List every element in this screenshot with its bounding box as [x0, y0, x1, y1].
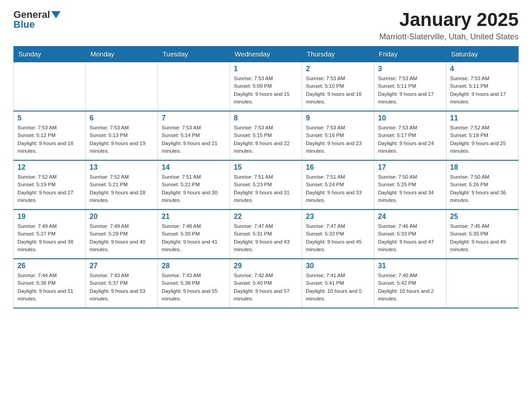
cell-date-number: 7: [162, 114, 226, 122]
calendar-cell: 23Sunrise: 7:47 AMSunset: 5:32 PMDayligh…: [302, 210, 374, 259]
calendar-cell: 15Sunrise: 7:51 AMSunset: 5:23 PMDayligh…: [230, 160, 302, 210]
calendar-day-header: Sunday: [14, 47, 86, 62]
calendar-week-row: 19Sunrise: 7:49 AMSunset: 5:27 PMDayligh…: [14, 210, 519, 259]
cell-date-number: 22: [234, 213, 298, 221]
cell-info: Sunrise: 7:48 AMSunset: 5:30 PMDaylight:…: [162, 223, 226, 253]
cell-date-number: 18: [450, 163, 515, 171]
cell-date-number: 6: [90, 114, 154, 122]
calendar-cell: 27Sunrise: 7:43 AMSunset: 5:37 PMDayligh…: [86, 259, 158, 308]
cell-info: Sunrise: 7:41 AMSunset: 5:41 PMDaylight:…: [306, 272, 370, 303]
calendar-day-header: Monday: [86, 47, 158, 62]
cell-info: Sunrise: 7:53 AMSunset: 5:12 PMDaylight:…: [17, 124, 82, 155]
calendar-cell: [14, 62, 86, 111]
cell-info: Sunrise: 7:52 AMSunset: 5:21 PMDaylight:…: [90, 173, 154, 204]
cell-info: Sunrise: 7:42 AMSunset: 5:40 PMDaylight:…: [234, 272, 298, 303]
cell-info: Sunrise: 7:53 AMSunset: 5:14 PMDaylight:…: [162, 124, 226, 155]
cell-info: Sunrise: 7:43 AMSunset: 5:38 PMDaylight:…: [162, 272, 226, 303]
cell-date-number: 14: [162, 163, 226, 171]
calendar-cell: 12Sunrise: 7:52 AMSunset: 5:19 PMDayligh…: [14, 160, 86, 210]
calendar-cell: 10Sunrise: 7:53 AMSunset: 5:17 PMDayligh…: [374, 111, 446, 160]
calendar-week-row: 12Sunrise: 7:52 AMSunset: 5:19 PMDayligh…: [14, 160, 519, 210]
calendar-cell: 16Sunrise: 7:51 AMSunset: 5:24 PMDayligh…: [302, 160, 374, 210]
calendar-cell: 2Sunrise: 7:53 AMSunset: 5:10 PMDaylight…: [302, 62, 374, 111]
page-header: General Blue January 2025 Marriott-Slate…: [13, 9, 519, 42]
cell-date-number: 20: [90, 213, 154, 221]
calendar-cell: 6Sunrise: 7:53 AMSunset: 5:13 PMDaylight…: [86, 111, 158, 160]
cell-date-number: 12: [17, 163, 82, 171]
cell-date-number: 27: [90, 262, 154, 270]
calendar-cell: 31Sunrise: 7:40 AMSunset: 5:42 PMDayligh…: [374, 259, 446, 308]
cell-info: Sunrise: 7:46 AMSunset: 5:33 PMDaylight:…: [378, 223, 442, 253]
cell-info: Sunrise: 7:47 AMSunset: 5:31 PMDaylight:…: [234, 223, 298, 253]
cell-info: Sunrise: 7:51 AMSunset: 5:23 PMDaylight:…: [234, 173, 298, 204]
cell-info: Sunrise: 7:43 AMSunset: 5:37 PMDaylight:…: [90, 272, 154, 303]
cell-info: Sunrise: 7:52 AMSunset: 5:18 PMDaylight:…: [450, 124, 515, 155]
calendar-cell: [86, 62, 158, 111]
calendar-day-header: Wednesday: [230, 47, 302, 62]
calendar-cell: [158, 62, 230, 111]
cell-date-number: 15: [234, 163, 298, 171]
cell-date-number: 19: [17, 213, 82, 221]
calendar-cell: 5Sunrise: 7:53 AMSunset: 5:12 PMDaylight…: [14, 111, 86, 160]
cell-info: Sunrise: 7:53 AMSunset: 5:11 PMDaylight:…: [378, 75, 442, 106]
logo: General Blue: [13, 9, 60, 30]
cell-info: Sunrise: 7:53 AMSunset: 5:15 PMDaylight:…: [234, 124, 298, 155]
cell-date-number: 24: [378, 213, 442, 221]
cell-date-number: 21: [162, 213, 226, 221]
cell-date-number: 30: [306, 262, 370, 270]
cell-date-number: 5: [17, 114, 82, 122]
cell-info: Sunrise: 7:51 AMSunset: 5:24 PMDaylight:…: [306, 173, 370, 204]
cell-date-number: 23: [306, 213, 370, 221]
cell-date-number: 9: [306, 114, 370, 122]
cell-date-number: 31: [378, 262, 442, 270]
cell-date-number: 29: [234, 262, 298, 270]
cell-date-number: 17: [378, 163, 442, 171]
calendar-cell: 29Sunrise: 7:42 AMSunset: 5:40 PMDayligh…: [230, 259, 302, 308]
cell-info: Sunrise: 7:49 AMSunset: 5:27 PMDaylight:…: [17, 223, 82, 253]
cell-date-number: 8: [234, 114, 298, 122]
cell-info: Sunrise: 7:45 AMSunset: 5:35 PMDaylight:…: [450, 223, 515, 253]
calendar-cell: 20Sunrise: 7:49 AMSunset: 5:29 PMDayligh…: [86, 210, 158, 259]
calendar-day-header: Saturday: [446, 47, 519, 62]
calendar-cell: 4Sunrise: 7:53 AMSunset: 5:11 PMDaylight…: [446, 62, 519, 111]
title-block: January 2025 Marriott-Slaterville, Utah,…: [379, 9, 519, 42]
cell-date-number: 11: [450, 114, 515, 122]
calendar-cell: 14Sunrise: 7:51 AMSunset: 5:22 PMDayligh…: [158, 160, 230, 210]
subtitle: Marriott-Slaterville, Utah, United State…: [379, 32, 519, 42]
cell-date-number: 4: [450, 65, 515, 73]
calendar-cell: 19Sunrise: 7:49 AMSunset: 5:27 PMDayligh…: [14, 210, 86, 259]
calendar-cell: 24Sunrise: 7:46 AMSunset: 5:33 PMDayligh…: [374, 210, 446, 259]
cell-info: Sunrise: 7:53 AMSunset: 5:10 PMDaylight:…: [306, 75, 370, 106]
calendar-cell: 17Sunrise: 7:50 AMSunset: 5:25 PMDayligh…: [374, 160, 446, 210]
calendar-header-row: SundayMondayTuesdayWednesdayThursdayFrid…: [14, 47, 519, 62]
calendar-cell: 13Sunrise: 7:52 AMSunset: 5:21 PMDayligh…: [86, 160, 158, 210]
calendar-week-row: 5Sunrise: 7:53 AMSunset: 5:12 PMDaylight…: [14, 111, 519, 160]
calendar-cell: 22Sunrise: 7:47 AMSunset: 5:31 PMDayligh…: [230, 210, 302, 259]
cell-info: Sunrise: 7:53 AMSunset: 5:09 PMDaylight:…: [234, 75, 298, 106]
cell-info: Sunrise: 7:52 AMSunset: 5:19 PMDaylight:…: [17, 173, 82, 204]
cell-info: Sunrise: 7:53 AMSunset: 5:13 PMDaylight:…: [90, 124, 154, 155]
cell-info: Sunrise: 7:47 AMSunset: 5:32 PMDaylight:…: [306, 223, 370, 253]
cell-date-number: 3: [378, 65, 442, 73]
cell-date-number: 28: [162, 262, 226, 270]
cell-date-number: 16: [306, 163, 370, 171]
calendar-cell: 21Sunrise: 7:48 AMSunset: 5:30 PMDayligh…: [158, 210, 230, 259]
calendar-cell: 1Sunrise: 7:53 AMSunset: 5:09 PMDaylight…: [230, 62, 302, 111]
calendar-week-row: 26Sunrise: 7:44 AMSunset: 5:36 PMDayligh…: [14, 259, 519, 308]
cell-info: Sunrise: 7:49 AMSunset: 5:29 PMDaylight:…: [90, 223, 154, 253]
cell-info: Sunrise: 7:53 AMSunset: 5:17 PMDaylight:…: [378, 124, 442, 155]
cell-info: Sunrise: 7:44 AMSunset: 5:36 PMDaylight:…: [17, 272, 82, 303]
calendar-cell: 28Sunrise: 7:43 AMSunset: 5:38 PMDayligh…: [158, 259, 230, 308]
calendar-cell: [446, 259, 519, 308]
cell-info: Sunrise: 7:53 AMSunset: 5:16 PMDaylight:…: [306, 124, 370, 155]
cell-info: Sunrise: 7:51 AMSunset: 5:22 PMDaylight:…: [162, 173, 226, 204]
main-title: January 2025: [379, 9, 519, 30]
cell-date-number: 25: [450, 213, 515, 221]
calendar-week-row: 1Sunrise: 7:53 AMSunset: 5:09 PMDaylight…: [14, 62, 519, 111]
cell-date-number: 10: [378, 114, 442, 122]
cell-info: Sunrise: 7:53 AMSunset: 5:11 PMDaylight:…: [450, 75, 515, 106]
calendar-cell: 30Sunrise: 7:41 AMSunset: 5:41 PMDayligh…: [302, 259, 374, 308]
calendar-cell: 8Sunrise: 7:53 AMSunset: 5:15 PMDaylight…: [230, 111, 302, 160]
cell-info: Sunrise: 7:50 AMSunset: 5:25 PMDaylight:…: [378, 173, 442, 204]
calendar-cell: 26Sunrise: 7:44 AMSunset: 5:36 PMDayligh…: [14, 259, 86, 308]
